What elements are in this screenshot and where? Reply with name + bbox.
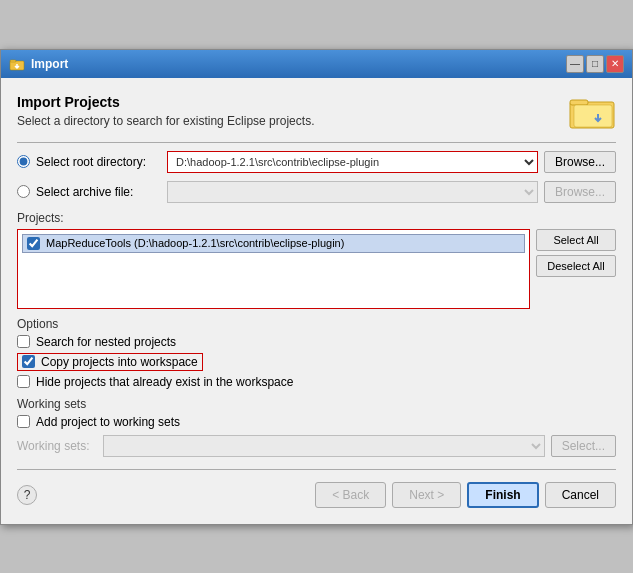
button-row: ? < Back Next > Finish Cancel [17, 478, 616, 512]
minimize-button[interactable]: — [566, 55, 584, 73]
root-browse-button[interactable]: Browse... [544, 151, 616, 173]
archive-file-input[interactable] [167, 181, 538, 203]
import-dialog: Import — □ ✕ Import Projects Select a di… [0, 49, 633, 525]
archive-radio-label[interactable]: Select archive file: [17, 185, 167, 199]
archive-input-group: Browse... [167, 181, 616, 203]
add-to-working-sets-checkbox[interactable] [17, 415, 30, 428]
search-nested-label: Search for nested projects [36, 335, 176, 349]
hide-existing-row: Hide projects that already exist in the … [17, 375, 616, 389]
search-nested-row: Search for nested projects [17, 335, 616, 349]
projects-box: MapReduceTools (D:\hadoop-1.2.1\src\cont… [17, 229, 616, 309]
working-sets-combo [103, 435, 545, 457]
window-title: Import [31, 57, 68, 71]
title-controls: — □ ✕ [566, 55, 624, 73]
dialog-content: Import Projects Select a directory to se… [1, 78, 632, 524]
copy-projects-row: Copy projects into workspace [17, 353, 616, 371]
working-sets-label: Working sets [17, 397, 616, 411]
archive-browse-button: Browse... [544, 181, 616, 203]
svg-rect-3 [570, 100, 588, 105]
root-directory-input[interactable]: D:\hadoop-1.2.1\src\contrib\eclipse-plug… [167, 151, 538, 173]
svg-rect-4 [574, 105, 612, 127]
root-directory-row: Select root directory: D:\hadoop-1.2.1\s… [17, 151, 616, 173]
copy-projects-label: Copy projects into workspace [41, 355, 198, 369]
working-sets-section: Working sets Add project to working sets… [17, 397, 616, 457]
archive-file-row: Select archive file: Browse... [17, 181, 616, 203]
next-button[interactable]: Next > [392, 482, 461, 508]
dialog-subtitle: Select a directory to search for existin… [17, 114, 314, 128]
back-button[interactable]: < Back [315, 482, 386, 508]
deselect-all-button[interactable]: Deselect All [536, 255, 616, 277]
bottom-divider [17, 469, 616, 470]
header-row: Import Projects Select a directory to se… [17, 94, 616, 130]
hide-existing-label: Hide projects that already exist in the … [36, 375, 293, 389]
nav-buttons: < Back Next > [315, 482, 461, 508]
projects-section-label: Projects: [17, 211, 616, 225]
finish-button[interactable]: Finish [467, 482, 538, 508]
projects-buttons: Select All Deselect All [536, 229, 616, 309]
project-label: MapReduceTools (D:\hadoop-1.2.1\src\cont… [46, 237, 344, 249]
help-button[interactable]: ? [17, 485, 37, 505]
working-sets-row: Working sets: Select... [17, 435, 616, 457]
select-all-button[interactable]: Select All [536, 229, 616, 251]
root-radio[interactable] [17, 155, 30, 168]
root-input-group: D:\hadoop-1.2.1\src\contrib\eclipse-plug… [167, 151, 616, 173]
working-sets-input-label: Working sets: [17, 439, 97, 453]
table-row: MapReduceTools (D:\hadoop-1.2.1\src\cont… [22, 234, 525, 253]
dialog-title: Import Projects [17, 94, 314, 110]
close-button[interactable]: ✕ [606, 55, 624, 73]
cancel-button[interactable]: Cancel [545, 482, 616, 508]
header-text: Import Projects Select a directory to se… [17, 94, 314, 128]
import-title-icon [9, 56, 25, 72]
add-to-working-sets-label: Add project to working sets [36, 415, 180, 429]
header-divider [17, 142, 616, 143]
title-bar: Import — □ ✕ [1, 50, 632, 78]
options-section: Options Search for nested projects Copy … [17, 317, 616, 389]
svg-rect-1 [10, 60, 16, 62]
projects-list[interactable]: MapReduceTools (D:\hadoop-1.2.1\src\cont… [17, 229, 530, 309]
working-sets-select-button: Select... [551, 435, 616, 457]
root-radio-label[interactable]: Select root directory: [17, 155, 167, 169]
copy-projects-highlighted[interactable]: Copy projects into workspace [17, 353, 203, 371]
hide-existing-checkbox[interactable] [17, 375, 30, 388]
archive-label: Select archive file: [36, 185, 133, 199]
options-label: Options [17, 317, 616, 331]
maximize-button[interactable]: □ [586, 55, 604, 73]
root-label: Select root directory: [36, 155, 146, 169]
folder-icon [568, 90, 616, 130]
copy-projects-checkbox[interactable] [22, 355, 35, 368]
title-bar-left: Import [9, 56, 68, 72]
add-to-working-sets-row: Add project to working sets [17, 415, 616, 429]
search-nested-checkbox[interactable] [17, 335, 30, 348]
project-checkbox[interactable] [27, 237, 40, 250]
archive-radio[interactable] [17, 185, 30, 198]
